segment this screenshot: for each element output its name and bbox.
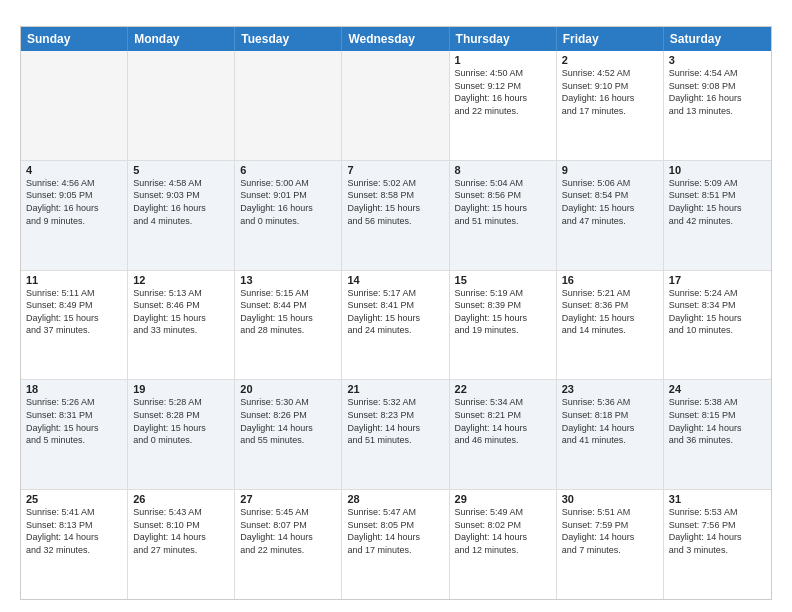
day-number: 17 [669, 274, 766, 286]
day-number: 21 [347, 383, 443, 395]
calendar-cell: 18Sunrise: 5:26 AM Sunset: 8:31 PM Dayli… [21, 380, 128, 489]
weekday-header: Saturday [664, 27, 771, 51]
day-number: 10 [669, 164, 766, 176]
calendar-cell: 29Sunrise: 5:49 AM Sunset: 8:02 PM Dayli… [450, 490, 557, 599]
cell-info: Sunrise: 5:41 AM Sunset: 8:13 PM Dayligh… [26, 506, 122, 556]
cell-info: Sunrise: 5:09 AM Sunset: 8:51 PM Dayligh… [669, 177, 766, 227]
day-number: 1 [455, 54, 551, 66]
calendar-cell: 22Sunrise: 5:34 AM Sunset: 8:21 PM Dayli… [450, 380, 557, 489]
calendar-cell: 7Sunrise: 5:02 AM Sunset: 8:58 PM Daylig… [342, 161, 449, 270]
day-number: 20 [240, 383, 336, 395]
cell-info: Sunrise: 5:26 AM Sunset: 8:31 PM Dayligh… [26, 396, 122, 446]
cell-info: Sunrise: 5:28 AM Sunset: 8:28 PM Dayligh… [133, 396, 229, 446]
calendar-header: SundayMondayTuesdayWednesdayThursdayFrid… [21, 27, 771, 51]
day-number: 23 [562, 383, 658, 395]
calendar-cell: 9Sunrise: 5:06 AM Sunset: 8:54 PM Daylig… [557, 161, 664, 270]
calendar-cell: 21Sunrise: 5:32 AM Sunset: 8:23 PM Dayli… [342, 380, 449, 489]
day-number: 25 [26, 493, 122, 505]
calendar-cell: 27Sunrise: 5:45 AM Sunset: 8:07 PM Dayli… [235, 490, 342, 599]
cell-info: Sunrise: 5:24 AM Sunset: 8:34 PM Dayligh… [669, 287, 766, 337]
calendar-cell: 19Sunrise: 5:28 AM Sunset: 8:28 PM Dayli… [128, 380, 235, 489]
calendar-cell: 10Sunrise: 5:09 AM Sunset: 8:51 PM Dayli… [664, 161, 771, 270]
calendar-cell: 1Sunrise: 4:50 AM Sunset: 9:12 PM Daylig… [450, 51, 557, 160]
calendar-row: 1Sunrise: 4:50 AM Sunset: 9:12 PM Daylig… [21, 51, 771, 161]
calendar-cell: 15Sunrise: 5:19 AM Sunset: 8:39 PM Dayli… [450, 271, 557, 380]
calendar-cell [21, 51, 128, 160]
cell-info: Sunrise: 5:04 AM Sunset: 8:56 PM Dayligh… [455, 177, 551, 227]
day-number: 12 [133, 274, 229, 286]
day-number: 9 [562, 164, 658, 176]
weekday-header: Monday [128, 27, 235, 51]
calendar-cell: 26Sunrise: 5:43 AM Sunset: 8:10 PM Dayli… [128, 490, 235, 599]
day-number: 2 [562, 54, 658, 66]
calendar-row: 25Sunrise: 5:41 AM Sunset: 8:13 PM Dayli… [21, 490, 771, 599]
calendar-row: 11Sunrise: 5:11 AM Sunset: 8:49 PM Dayli… [21, 271, 771, 381]
day-number: 13 [240, 274, 336, 286]
day-number: 11 [26, 274, 122, 286]
day-number: 7 [347, 164, 443, 176]
cell-info: Sunrise: 5:47 AM Sunset: 8:05 PM Dayligh… [347, 506, 443, 556]
calendar-cell: 12Sunrise: 5:13 AM Sunset: 8:46 PM Dayli… [128, 271, 235, 380]
cell-info: Sunrise: 5:06 AM Sunset: 8:54 PM Dayligh… [562, 177, 658, 227]
cell-info: Sunrise: 5:49 AM Sunset: 8:02 PM Dayligh… [455, 506, 551, 556]
calendar-cell: 6Sunrise: 5:00 AM Sunset: 9:01 PM Daylig… [235, 161, 342, 270]
cell-info: Sunrise: 5:30 AM Sunset: 8:26 PM Dayligh… [240, 396, 336, 446]
calendar-cell: 30Sunrise: 5:51 AM Sunset: 7:59 PM Dayli… [557, 490, 664, 599]
weekday-header: Sunday [21, 27, 128, 51]
day-number: 18 [26, 383, 122, 395]
day-number: 29 [455, 493, 551, 505]
day-number: 30 [562, 493, 658, 505]
cell-info: Sunrise: 5:32 AM Sunset: 8:23 PM Dayligh… [347, 396, 443, 446]
day-number: 5 [133, 164, 229, 176]
day-number: 27 [240, 493, 336, 505]
day-number: 31 [669, 493, 766, 505]
weekday-header: Tuesday [235, 27, 342, 51]
cell-info: Sunrise: 5:38 AM Sunset: 8:15 PM Dayligh… [669, 396, 766, 446]
cell-info: Sunrise: 5:19 AM Sunset: 8:39 PM Dayligh… [455, 287, 551, 337]
calendar-cell: 31Sunrise: 5:53 AM Sunset: 7:56 PM Dayli… [664, 490, 771, 599]
day-number: 16 [562, 274, 658, 286]
cell-info: Sunrise: 4:56 AM Sunset: 9:05 PM Dayligh… [26, 177, 122, 227]
cell-info: Sunrise: 5:53 AM Sunset: 7:56 PM Dayligh… [669, 506, 766, 556]
day-number: 14 [347, 274, 443, 286]
cell-info: Sunrise: 5:51 AM Sunset: 7:59 PM Dayligh… [562, 506, 658, 556]
day-number: 3 [669, 54, 766, 66]
cell-info: Sunrise: 4:50 AM Sunset: 9:12 PM Dayligh… [455, 67, 551, 117]
calendar: SundayMondayTuesdayWednesdayThursdayFrid… [20, 26, 772, 600]
cell-info: Sunrise: 5:02 AM Sunset: 8:58 PM Dayligh… [347, 177, 443, 227]
calendar-cell: 13Sunrise: 5:15 AM Sunset: 8:44 PM Dayli… [235, 271, 342, 380]
page: General Blue SundayMondayTuesdayWednesda… [0, 0, 792, 612]
day-number: 28 [347, 493, 443, 505]
calendar-cell: 11Sunrise: 5:11 AM Sunset: 8:49 PM Dayli… [21, 271, 128, 380]
cell-info: Sunrise: 5:13 AM Sunset: 8:46 PM Dayligh… [133, 287, 229, 337]
calendar-cell: 4Sunrise: 4:56 AM Sunset: 9:05 PM Daylig… [21, 161, 128, 270]
calendar-cell: 23Sunrise: 5:36 AM Sunset: 8:18 PM Dayli… [557, 380, 664, 489]
calendar-row: 4Sunrise: 4:56 AM Sunset: 9:05 PM Daylig… [21, 161, 771, 271]
calendar-cell [128, 51, 235, 160]
cell-info: Sunrise: 5:45 AM Sunset: 8:07 PM Dayligh… [240, 506, 336, 556]
calendar-body: 1Sunrise: 4:50 AM Sunset: 9:12 PM Daylig… [21, 51, 771, 599]
cell-info: Sunrise: 4:54 AM Sunset: 9:08 PM Dayligh… [669, 67, 766, 117]
calendar-cell: 17Sunrise: 5:24 AM Sunset: 8:34 PM Dayli… [664, 271, 771, 380]
cell-info: Sunrise: 4:58 AM Sunset: 9:03 PM Dayligh… [133, 177, 229, 227]
calendar-cell [235, 51, 342, 160]
cell-info: Sunrise: 5:36 AM Sunset: 8:18 PM Dayligh… [562, 396, 658, 446]
calendar-row: 18Sunrise: 5:26 AM Sunset: 8:31 PM Dayli… [21, 380, 771, 490]
weekday-header: Thursday [450, 27, 557, 51]
calendar-cell: 28Sunrise: 5:47 AM Sunset: 8:05 PM Dayli… [342, 490, 449, 599]
calendar-cell: 3Sunrise: 4:54 AM Sunset: 9:08 PM Daylig… [664, 51, 771, 160]
calendar-cell: 2Sunrise: 4:52 AM Sunset: 9:10 PM Daylig… [557, 51, 664, 160]
calendar-cell: 24Sunrise: 5:38 AM Sunset: 8:15 PM Dayli… [664, 380, 771, 489]
cell-info: Sunrise: 5:11 AM Sunset: 8:49 PM Dayligh… [26, 287, 122, 337]
day-number: 8 [455, 164, 551, 176]
day-number: 4 [26, 164, 122, 176]
calendar-cell: 14Sunrise: 5:17 AM Sunset: 8:41 PM Dayli… [342, 271, 449, 380]
calendar-cell: 20Sunrise: 5:30 AM Sunset: 8:26 PM Dayli… [235, 380, 342, 489]
weekday-header: Friday [557, 27, 664, 51]
calendar-cell: 5Sunrise: 4:58 AM Sunset: 9:03 PM Daylig… [128, 161, 235, 270]
day-number: 24 [669, 383, 766, 395]
cell-info: Sunrise: 5:34 AM Sunset: 8:21 PM Dayligh… [455, 396, 551, 446]
calendar-cell: 16Sunrise: 5:21 AM Sunset: 8:36 PM Dayli… [557, 271, 664, 380]
calendar-cell: 25Sunrise: 5:41 AM Sunset: 8:13 PM Dayli… [21, 490, 128, 599]
day-number: 19 [133, 383, 229, 395]
